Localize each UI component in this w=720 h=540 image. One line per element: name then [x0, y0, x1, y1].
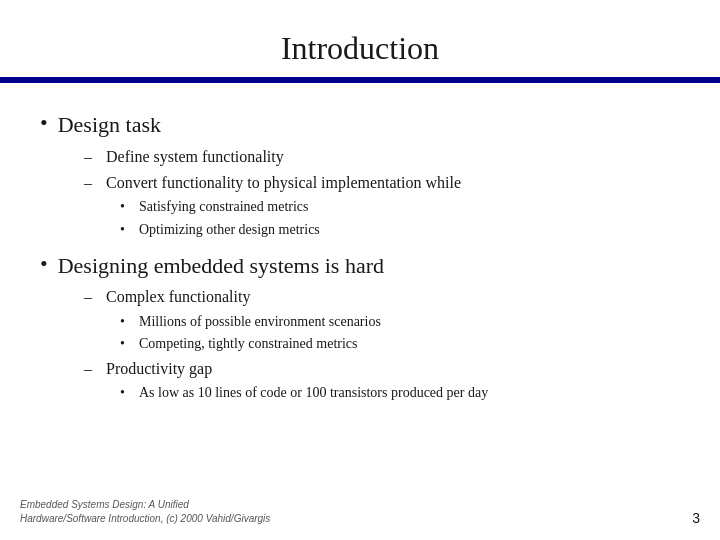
- bullet-define-system: – Define system functionality: [84, 146, 680, 168]
- bullet-convert-functionality: – Convert functionality to physical impl…: [84, 172, 680, 194]
- bullet-optimizing: • Optimizing other design metrics: [120, 220, 680, 240]
- bullet-l2-dash: –: [84, 146, 98, 168]
- bullet-l1-text: Design task: [58, 111, 161, 140]
- bullet-l2-dash-2: –: [84, 172, 98, 194]
- bullet-l2-text-2: Convert functionality to physical implem…: [106, 172, 461, 194]
- content-area: • Design task – Define system functional…: [0, 83, 720, 403]
- bullet-l3-text-3: Millions of possible environment scenari…: [139, 312, 381, 332]
- bullet-l3-dot-2: •: [120, 220, 132, 240]
- bullet-millions: • Millions of possible environment scena…: [120, 312, 680, 332]
- slide: Introduction • Design task – Define syst…: [0, 0, 720, 540]
- bullet-l2-text-3: Complex functionality: [106, 286, 250, 308]
- bullet-satisfying: • Satisfying constrained metrics: [120, 197, 680, 217]
- footer: Embedded Systems Design: A Unified Hardw…: [0, 498, 720, 526]
- bullet-l2-dash-4: –: [84, 358, 98, 380]
- bullet-l1-dot-2: •: [40, 250, 48, 279]
- bullet-l2-text: Define system functionality: [106, 146, 284, 168]
- bullet-l3-dot-4: •: [120, 334, 132, 354]
- bullet-competing: • Competing, tightly constrained metrics: [120, 334, 680, 354]
- bullet-l1-text-2: Designing embedded systems is hard: [58, 252, 384, 281]
- bullet-l3-text-4: Competing, tightly constrained metrics: [139, 334, 358, 354]
- bullet-l3-dot: •: [120, 197, 132, 217]
- footer-left-line1: Embedded Systems Design: A Unified: [20, 498, 270, 512]
- bullet-productivity-gap: – Productivity gap: [84, 358, 680, 380]
- bullet-l2-dash-3: –: [84, 286, 98, 308]
- footer-left: Embedded Systems Design: A Unified Hardw…: [20, 498, 270, 526]
- slide-title: Introduction: [0, 0, 720, 77]
- bullet-l3-text-2: Optimizing other design metrics: [139, 220, 320, 240]
- bullet-design-task: • Design task: [40, 111, 680, 140]
- bullet-l3-dot-3: •: [120, 312, 132, 332]
- bullet-l2-text-4: Productivity gap: [106, 358, 212, 380]
- bullet-l1-dot: •: [40, 109, 48, 138]
- bullet-l3-text-5: As low as 10 lines of code or 100 transi…: [139, 383, 488, 403]
- bullet-as-low-as: • As low as 10 lines of code or 100 tran…: [120, 383, 680, 403]
- bullet-complex-functionality: – Complex functionality: [84, 286, 680, 308]
- footer-page-number: 3: [692, 510, 700, 526]
- bullet-designing-embedded: • Designing embedded systems is hard: [40, 252, 680, 281]
- bullet-l3-text: Satisfying constrained metrics: [139, 197, 309, 217]
- footer-left-line2: Hardware/Software Introduction, (c) 2000…: [20, 512, 270, 526]
- bullet-l3-dot-5: •: [120, 383, 132, 403]
